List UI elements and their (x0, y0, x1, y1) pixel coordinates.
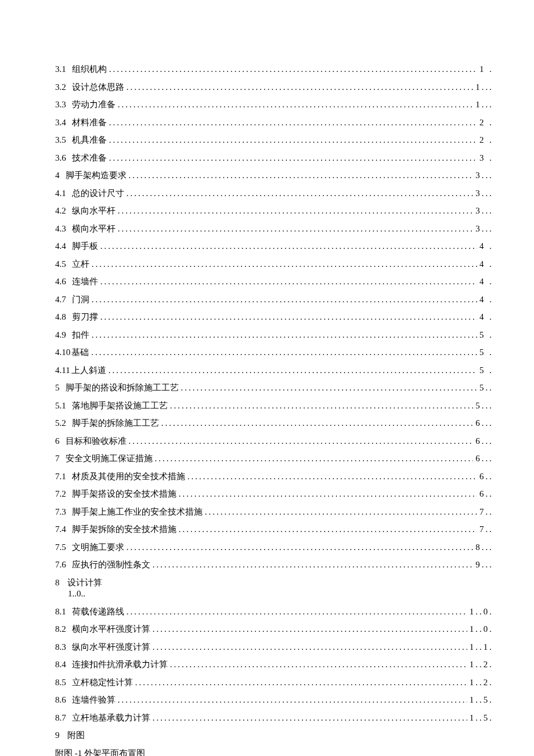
toc-entry: 8.3纵向水平杆强度计算1..1. (55, 642, 493, 653)
toc-leader-dots (127, 188, 474, 200)
toc-number: 5.1 (55, 400, 66, 412)
toc-page-number: 7.. (479, 507, 493, 518)
toc-number: 4.3 (55, 223, 66, 235)
toc-number: 3.6 (55, 153, 66, 164)
toc-number: 7.5 (55, 542, 66, 554)
toc-entry: 4.11上人斜道5 . (55, 365, 493, 377)
toc-entry: 5.1落地脚手架搭设施工工艺5... (55, 400, 493, 412)
toc-entry: 7.5文明施工要求8... (55, 542, 493, 554)
toc-leader-dots (129, 436, 474, 447)
toc-title: 立杆地基承载力计算 (72, 712, 150, 724)
toc-page-number: 3... (475, 170, 493, 182)
toc-page-number: 1..0.. (68, 588, 493, 600)
toc-entry: 7安全文明施工保证措施6... (55, 453, 493, 465)
toc-number: 8.7 (55, 712, 66, 724)
toc-entry: 8.7立杆地基承载力计算1..5. (55, 712, 493, 724)
toc-page-number: 6... (475, 453, 493, 465)
toc-entry: 8.5立杆稳定性计算1..2. (55, 677, 493, 689)
toc-leader-dots (127, 542, 474, 554)
toc-entry: 8.2横向水平杆强度计算1..0. (55, 624, 493, 635)
toc-page-number: 8... (475, 542, 493, 554)
toc-entry: 8.1荷载传递路线1..0. (55, 606, 493, 618)
toc-leader-dots (135, 677, 467, 689)
toc-title: 连接扣件抗滑承载力计算 (72, 659, 168, 671)
toc-leader-dots (127, 82, 474, 93)
toc-leader-dots (153, 624, 467, 635)
toc-page-number: 1... (475, 82, 493, 93)
toc-leader-dots (109, 365, 477, 377)
toc-number: 8.4 (55, 659, 66, 671)
toc-entry: 3.5机具准备2 . (55, 135, 493, 146)
toc-title: 脚手架的搭设和拆除施工工艺 (66, 382, 179, 394)
toc-page-number: 3... (475, 188, 493, 200)
toc-number: 3.1 (55, 64, 66, 75)
toc-leader-dots (170, 400, 474, 412)
toc-page-number: 6... (475, 418, 493, 429)
toc-page-number: 2 . (479, 135, 493, 146)
toc-title: 劳动力准备 (72, 99, 116, 111)
toc-leader-dots (100, 276, 477, 288)
toc-entry: 6目标和验收标准6... (55, 436, 493, 447)
toc-page-number: 1..0. (470, 606, 493, 618)
toc-leader-dots (118, 223, 474, 235)
toc-title: 立杆 (72, 259, 89, 270)
toc-number: 5 (55, 382, 60, 394)
toc-entry: 4.10基础5 . (55, 347, 493, 359)
toc-number: 8 (55, 578, 60, 587)
toc-entry: 4.6连墙件4 . (55, 276, 493, 288)
toc-title: 连墙件验算 (72, 694, 116, 706)
toc-title: 上人斜道 (71, 365, 106, 377)
toc-page-number: 5.. (479, 382, 493, 394)
toc-entry: 4.2纵向水平杆3... (55, 205, 493, 217)
table-of-contents: 3.1组织机构1 .3.2设计总体思路1...3.3劳动力准备1...3.4材料… (55, 64, 493, 756)
toc-entry: 4.4脚手板4 . (55, 241, 493, 252)
toc-number: 4.11 (55, 365, 70, 377)
toc-page-number: 6.. (479, 489, 493, 500)
toc-entry: 3.2设计总体思路1... (55, 82, 493, 93)
toc-page-number: 1 . (479, 64, 493, 75)
toc-title: 设计计算 (67, 578, 102, 587)
toc-leader-dots (91, 347, 477, 359)
toc-entry: 3.3劳动力准备1... (55, 99, 493, 111)
toc-number: 4.6 (55, 276, 66, 288)
toc-page-number: 6.. (479, 471, 493, 483)
toc-number: 4.10 (55, 347, 70, 359)
toc-number: 8.6 (55, 694, 66, 706)
toc-title: 基础 (71, 347, 89, 359)
toc-page-number: 2 . (479, 117, 493, 129)
toc-leader-dots (118, 205, 474, 217)
toc-number: 8.2 (55, 624, 66, 635)
toc-page-number: 7.. (479, 524, 493, 536)
toc-number: 7 (55, 453, 60, 465)
toc-number: 7.4 (55, 524, 66, 536)
toc-entry: 7.6应执行的强制性条文9... (55, 559, 493, 571)
toc-leader-dots (161, 418, 474, 429)
toc-title: 脚手板 (72, 241, 98, 252)
toc-entry: 5.2脚手架的拆除施工工艺6... (55, 418, 493, 429)
toc-page-number: 5 . (479, 330, 493, 341)
toc-title: 目标和验收标准 (66, 436, 127, 447)
toc-page-number: 4 . (479, 276, 493, 288)
toc-title: 脚手架构造要求 (66, 170, 127, 182)
toc-entry: 4脚手架构造要求3... (55, 170, 493, 182)
toc-entry: 8.4连接扣件抗滑承载力计算1..2. (55, 659, 493, 671)
toc-entry: 3.6技术准备3 . (55, 153, 493, 164)
toc-number: 6 (55, 436, 60, 447)
toc-number: 4.7 (55, 294, 66, 306)
toc-title: 脚手架拆除的安全技术措施 (72, 524, 176, 536)
toc-page-number: 4 . (479, 259, 493, 270)
toc-leader-dots (100, 241, 477, 252)
toc-title: 纵向水平杆强度计算 (72, 642, 150, 653)
toc-leader-dots (181, 382, 478, 394)
toc-entry: 3.1组织机构1 . (55, 64, 493, 75)
toc-entry: 5脚手架的搭设和拆除施工工艺5.. (55, 382, 493, 394)
toc-leader-dots (92, 330, 477, 341)
toc-leader-dots (153, 642, 467, 653)
toc-number: 3.2 (55, 82, 66, 93)
toc-title: 横向水平杆强度计算 (72, 624, 150, 635)
toc-page-number: 1..1. (470, 642, 493, 653)
toc-title: 落地脚手架搭设施工工艺 (72, 400, 168, 412)
toc-title: 附图 (67, 730, 85, 740)
toc-page-number: 1..2. (470, 659, 493, 671)
toc-page-number: 5 . (479, 347, 493, 359)
